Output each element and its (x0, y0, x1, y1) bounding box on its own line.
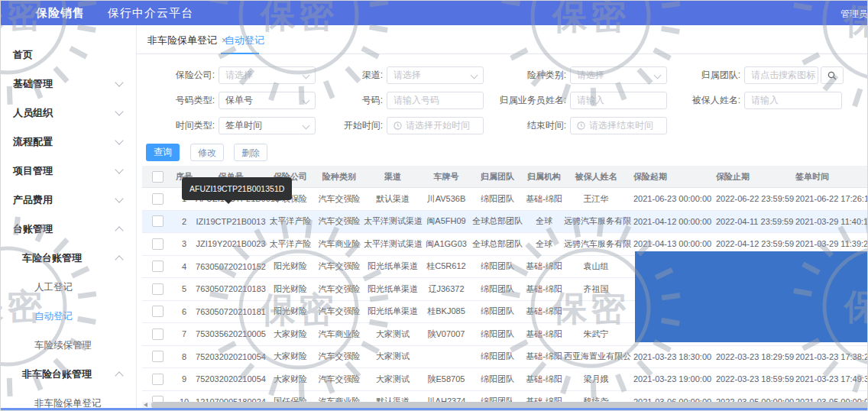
cell: 基础-绵阳 (524, 255, 564, 278)
cell: 全球 (524, 210, 564, 233)
cell: 2022-03-23 18:29:59 (711, 345, 790, 368)
cell: 辽J36372 (422, 278, 471, 301)
sidebar-item-台账管理[interactable]: 台账管理 (1, 215, 136, 244)
row-checkbox[interactable] (152, 215, 164, 227)
end-time-input[interactable]: 请选择结束时间 (570, 117, 667, 134)
cell: 763050720210181 (196, 300, 266, 323)
row-checkbox[interactable] (152, 374, 164, 385)
end-time-label: 结束时间: (486, 117, 566, 134)
chevron-down-icon (115, 78, 123, 86)
cell: 川AV536B (422, 188, 471, 211)
channel-select[interactable]: 请选择 (387, 66, 484, 84)
sidebar-item-首页[interactable]: 首页 (1, 40, 136, 70)
user-menu[interactable]: 管理员 (840, 8, 868, 21)
risk-type-select[interactable]: 请选择 (570, 66, 667, 84)
column-header: 归属机构 (524, 166, 564, 188)
chevron-down-icon (303, 97, 310, 105)
tab-auto-register[interactable]: 自动登记 (225, 34, 264, 47)
salesman-placeholder: 请输入 (577, 95, 604, 105)
sidebar-item-车险续保管理[interactable]: 车险续保管理 (1, 331, 136, 360)
sidebar-item-非车险台账管理[interactable]: 非车险台账管理 (1, 360, 136, 389)
cell: 大家财险 (266, 323, 315, 346)
window-bottom-edge (1, 408, 868, 411)
cell: 陕V07007 (422, 323, 471, 346)
sidebar-item-人员组织[interactable]: 人员组织 (1, 99, 136, 128)
select-all-checkbox[interactable] (152, 171, 164, 183)
cell: 6 (173, 300, 196, 323)
number-type-value: 保单号 (225, 95, 253, 105)
sidebar-item-车险台账管理[interactable]: 车险台账管理 (1, 244, 136, 273)
cell: 基础-绵阳 (524, 368, 564, 391)
app-window: 保险销售 保行中介云平台 管理员 首页基础管理人员组织流程配置项目管理产品费用台… (0, 0, 868, 411)
salesman-input[interactable]: 请输入 (570, 92, 667, 109)
cell: 大家财险 (266, 345, 315, 368)
row-checkbox[interactable] (152, 283, 164, 295)
table-row: 8752032020210054大家财险汽车交强险大家测试绵阳团队基础-绵阳西亚… (142, 345, 868, 368)
cell: 8 (173, 345, 196, 368)
sidebar-item-流程配置[interactable]: 流程配置 (1, 128, 136, 157)
modify-button[interactable]: 修改 (190, 144, 224, 161)
team-search-button[interactable] (821, 66, 844, 84)
cell: 9 (173, 368, 196, 391)
number-input[interactable]: 请输入号码 (387, 92, 484, 109)
scroll-left-icon[interactable] (144, 403, 147, 407)
sidebar-item-自动登记[interactable]: 自动登记 (1, 302, 136, 331)
cell: 2022-03-23 18:59:59 (711, 368, 790, 391)
risk-type-label: 险种类别: (486, 66, 566, 84)
number-type-select[interactable]: 保单号 (219, 92, 316, 109)
chevron-down-icon (654, 72, 662, 79)
cell: 大家测试 (364, 323, 422, 346)
start-time-label: 开始时间: (329, 117, 383, 134)
table-row: 9752032020210054大家财险汽车交强险大家测试陕E58705绵阳团队… (142, 368, 868, 391)
cell: 桂BKJ085 (422, 300, 471, 323)
cell: 王江华 (564, 188, 628, 211)
checkbox-cell (142, 300, 173, 323)
cell: 袁山组 (564, 255, 628, 278)
sidebar-item-label: 项目管理 (13, 164, 53, 178)
checkbox-cell (142, 278, 173, 301)
cell: 远骋汽车服务有限 (564, 233, 628, 256)
cell: 太平洋产险 (266, 233, 315, 256)
sidebar-item-label: 自动登记 (34, 310, 73, 323)
company-placeholder: 请选择 (225, 70, 253, 80)
cell: 2021-03-29 11:40:13 (790, 210, 868, 233)
start-time-placeholder: 请选择开始时间 (406, 120, 470, 131)
sidebar-item-项目管理[interactable]: 项目管理 (1, 157, 136, 186)
sidebar-item-基础管理[interactable]: 基础管理 (1, 70, 136, 99)
cell: 2021-06-23 00:00:00 (628, 188, 711, 211)
row-checkbox[interactable] (152, 238, 164, 250)
tab-feicheinsurance-register[interactable]: 非车险保单登记× (147, 34, 227, 47)
chevron-down-icon (115, 136, 123, 144)
time-type-select[interactable]: 签单时间 (219, 117, 316, 134)
insured-input[interactable]: 请输入 (744, 92, 842, 109)
sidebar-item-人工登记[interactable]: 人工登记 (1, 273, 136, 302)
row-checkbox[interactable] (152, 351, 164, 362)
cell: 2021-04-12 00:00:00 (628, 210, 711, 233)
cell: 阳光纸单渠道 (364, 255, 422, 278)
row-checkbox[interactable] (152, 306, 164, 317)
cell: 汽车商业险 (315, 233, 364, 256)
chevron-down-icon (303, 122, 310, 130)
row-checkbox[interactable] (152, 193, 164, 205)
sidebar-item-label: 人员组织 (13, 106, 53, 120)
cell: 梁月娥 (564, 368, 628, 391)
brand-title: 保险销售 (36, 6, 85, 21)
row-checkbox[interactable] (152, 328, 164, 340)
start-time-input[interactable]: 请选择开始时间 (387, 117, 484, 134)
sidebar-item-label: 基础管理 (13, 77, 53, 91)
delete-button[interactable]: 删除 (234, 144, 267, 161)
query-button[interactable]: 查询 (146, 144, 180, 161)
cell: 基础-绵阳 (524, 323, 564, 346)
cell: 3 (173, 233, 196, 256)
tab-bar: 非车险保单登记× 自动登记 (137, 25, 868, 54)
team-input[interactable]: 请点击搜索图标 (744, 66, 818, 84)
chevron-up-icon (115, 226, 123, 235)
row-checkbox[interactable] (152, 261, 164, 272)
cell: 太平洋测试渠道 (364, 210, 422, 233)
sidebar-item-产品费用[interactable]: 产品费用 (1, 186, 136, 215)
company-select[interactable]: 请选择 (219, 66, 316, 84)
cell: 阳光财险 (266, 278, 315, 301)
cell: 齐祖国 (564, 278, 628, 301)
end-time-placeholder: 请选择结束时间 (589, 120, 653, 131)
insured-placeholder: 请输入 (751, 95, 779, 105)
